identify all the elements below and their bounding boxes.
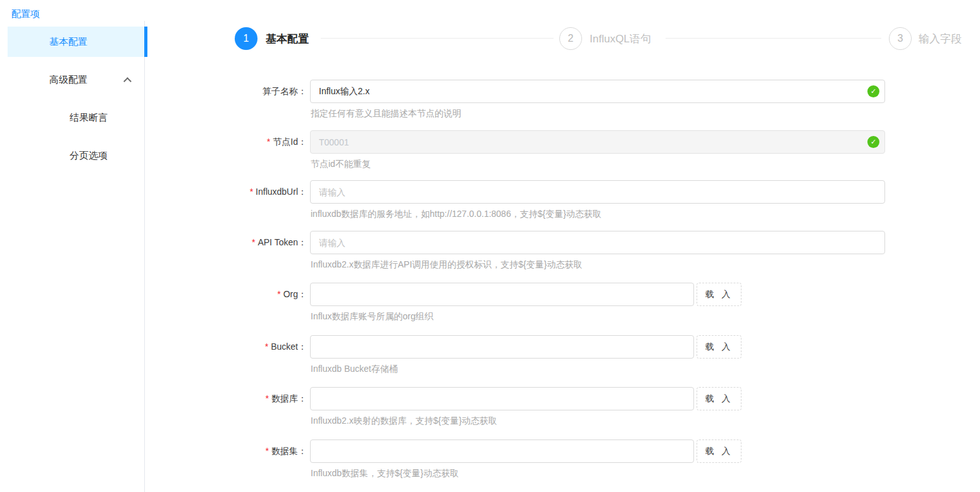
field-input[interactable] [310, 180, 885, 204]
sidebar-item-label: 高级配置 [49, 74, 87, 85]
field-label-text: 数据集 [271, 446, 298, 456]
required-asterisk: * [266, 393, 269, 403]
field-input[interactable] [310, 231, 885, 254]
required-asterisk: * [252, 237, 255, 247]
field-label: *数据集： [0, 445, 307, 457]
field-help-text: Influxdb Bucket存储桶 [311, 364, 398, 375]
field-input[interactable] [310, 335, 694, 359]
field-label-text: API Token [257, 237, 298, 247]
field-label-text: 数据库 [271, 393, 298, 403]
label-colon: ： [298, 446, 307, 456]
field-help-text: influxdb数据库的服务地址，如http://127.0.0.1:8086，… [311, 209, 602, 220]
label-colon: ： [298, 137, 307, 147]
valid-check-icon: ✓ [867, 85, 879, 97]
load-button[interactable]: 载 入 [697, 387, 741, 410]
field-label: *InfluxdbUrl： [0, 186, 307, 197]
step-connector [321, 38, 554, 39]
field-help-text: 指定任何有意义且能描述本节点的说明 [311, 108, 461, 120]
field-label-text: Bucket [271, 341, 298, 352]
field-help-text: Influxdb数据集，支持${变量}动态获取 [311, 468, 459, 479]
field-label-text: 算子名称 [263, 86, 298, 96]
field-help-text: Influxdb2.x数据库进行API调用使用的授权标识，支持${变量}动态获取 [311, 259, 582, 271]
field-help-text: Influxdb2.x映射的数据库，支持${变量}动态获取 [311, 415, 497, 427]
chevron-up-icon [123, 77, 132, 85]
label-colon: ： [298, 86, 307, 96]
field-help-text: Influx数据库账号所属的org组织 [311, 311, 433, 323]
field-label-text: Org [283, 289, 298, 299]
load-button[interactable]: 载 入 [697, 283, 741, 306]
field-input [310, 130, 885, 154]
field-help-text: 节点id不能重复 [311, 159, 371, 170]
field-label: *节点Id： [0, 136, 307, 147]
field-label: *Org： [0, 288, 307, 300]
step-connector [666, 38, 881, 39]
breadcrumb-config-link[interactable]: 配置项 [11, 8, 40, 20]
label-colon: ： [298, 237, 307, 247]
sidebar-item-label: 分页选项 [70, 150, 108, 161]
step-3-label: 输入字段 [919, 32, 962, 46]
label-colon: ： [298, 187, 307, 197]
field-input[interactable] [310, 440, 694, 463]
field-label: 算子名称： [0, 85, 307, 97]
required-asterisk: * [250, 187, 253, 197]
sidebar-item-result-assertion[interactable]: 结果断言 [8, 102, 144, 133]
sidebar-item-label: 结果断言 [70, 112, 108, 123]
label-colon: ： [298, 289, 307, 299]
field-label-text: InfluxdbUrl [256, 187, 298, 197]
step-2-circle: 2 [559, 27, 582, 50]
sidebar-item-basic-config[interactable]: 基本配置 [8, 27, 144, 57]
required-asterisk: * [265, 341, 268, 352]
valid-check-icon: ✓ [867, 136, 879, 148]
field-label: *API Token： [0, 237, 307, 248]
label-colon: ： [298, 393, 307, 403]
required-asterisk: * [267, 137, 270, 147]
field-input[interactable] [310, 283, 694, 306]
step-2-label: InfluxQL语句 [590, 32, 651, 46]
step-1-label: 基本配置 [266, 32, 309, 46]
load-button[interactable]: 载 入 [697, 335, 741, 359]
field-input[interactable] [310, 80, 885, 103]
field-label: *数据库： [0, 393, 307, 404]
sidebar-item-label: 基本配置 [49, 36, 87, 47]
required-asterisk: * [277, 289, 280, 299]
load-button[interactable]: 载 入 [697, 440, 741, 463]
required-asterisk: * [266, 446, 269, 456]
label-colon: ： [298, 341, 307, 352]
field-input[interactable] [310, 387, 694, 410]
field-label-text: 节点Id [273, 137, 298, 147]
step-1-circle: 1 [235, 27, 257, 50]
step-3-circle: 3 [889, 27, 912, 50]
field-label: *Bucket： [0, 341, 307, 352]
